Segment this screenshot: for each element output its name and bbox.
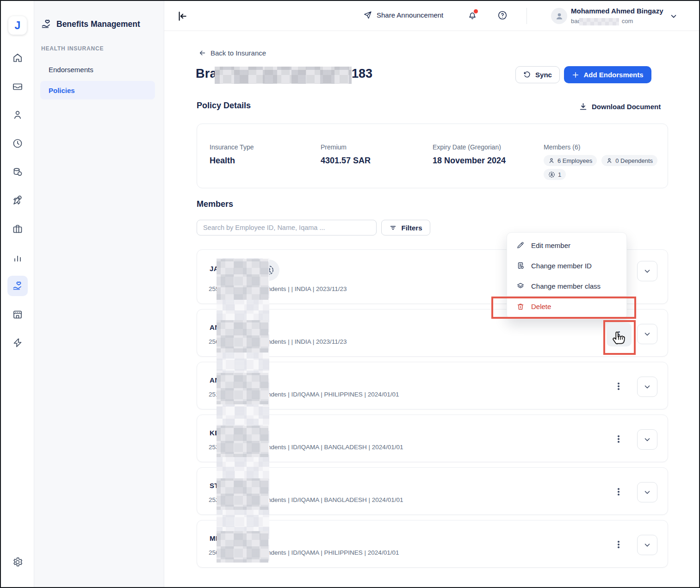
- time-icon[interactable]: [12, 138, 23, 149]
- marketplace-icon[interactable]: [12, 309, 23, 320]
- automation-icon[interactable]: [12, 337, 23, 348]
- expand-row-button[interactable]: [637, 377, 657, 397]
- settings-gear-icon[interactable]: [12, 557, 23, 568]
- redacted-name-blur: [217, 259, 268, 300]
- redacted-column-blur: [217, 258, 269, 561]
- insurance-type-field: Insurance Type Health: [210, 143, 254, 166]
- member-details-suffix: ndents | ID/IQAMA | PHILIPPINES | 2024/0…: [267, 391, 399, 398]
- top-bar: Share Announcement Mohammed Ahmed Bingaz…: [164, 1, 700, 31]
- filter-icon: [389, 224, 397, 232]
- user-avatar[interactable]: [551, 8, 567, 24]
- user-email-suffix: com: [622, 18, 633, 25]
- expiry-date-value: 18 November 2024: [433, 156, 506, 166]
- pending-person-icon: [548, 171, 555, 178]
- app-logo[interactable]: J: [8, 16, 27, 35]
- insurance-type-label: Insurance Type: [210, 143, 254, 151]
- user-name: Mohammed Ahmed Bingazy: [571, 7, 663, 15]
- inbox-icon[interactable]: [12, 81, 23, 92]
- premium-value: 4301.57 SAR: [321, 156, 371, 166]
- home-icon[interactable]: [12, 52, 23, 63]
- back-to-insurance-link[interactable]: Back to Insurance: [198, 49, 266, 57]
- member-details-suffix: ndents | ID/IQAMA | PHILIPPINES | 2024/0…: [267, 549, 399, 556]
- download-document-button[interactable]: Download Document: [579, 102, 661, 111]
- sync-refresh-icon: [523, 71, 531, 79]
- sidebar-item-endorsements[interactable]: Endorsements: [40, 60, 155, 79]
- expand-row-button[interactable]: [637, 429, 657, 450]
- document-id-icon: [516, 261, 525, 270]
- filters-button-label: Filters: [401, 224, 422, 232]
- filters-button[interactable]: Filters: [381, 220, 430, 235]
- chevron-down-icon: [643, 383, 651, 391]
- reports-icon[interactable]: [12, 252, 23, 263]
- redacted-title-blur: [215, 67, 352, 84]
- members-heading: Members: [197, 199, 233, 209]
- benefits-icon: [41, 19, 52, 30]
- app-window: J: [0, 0, 700, 588]
- pending-badge-count: 1: [558, 171, 561, 178]
- add-endorsements-label: Add Endorsments: [583, 71, 643, 79]
- user-menu-chevron-icon[interactable]: [669, 12, 678, 20]
- payroll-icon[interactable]: [12, 167, 23, 178]
- share-announcement-button[interactable]: Share Announcement: [363, 11, 443, 19]
- add-endorsements-button[interactable]: Add Endorsments: [564, 66, 651, 83]
- menu-item-change-member-class[interactable]: Change member class: [507, 276, 626, 296]
- policy-title-prefix: Bra: [196, 67, 217, 81]
- expand-row-button[interactable]: [637, 261, 657, 281]
- benefits-icon: [12, 280, 23, 291]
- chevron-down-icon: [643, 330, 651, 338]
- expiry-date-field: Expiry Date (Gregorian) 18 November 2024: [433, 143, 506, 166]
- employees-badge: 6 Employees: [544, 155, 597, 166]
- chevron-down-icon: [643, 435, 651, 444]
- insurance-type-value: Health: [210, 156, 254, 166]
- help-icon[interactable]: [497, 10, 508, 20]
- member-details-suffix: ndents | | INDIA | 2023/11/23: [267, 338, 347, 345]
- redacted-name-blur: [217, 531, 268, 563]
- sync-button[interactable]: Sync: [515, 66, 560, 83]
- employees-badge-label: 6 Employees: [558, 157, 592, 164]
- rocket-icon[interactable]: [12, 195, 23, 206]
- back-link-label: Back to Insurance: [211, 49, 266, 57]
- expand-row-button[interactable]: [637, 324, 657, 344]
- benefits-rail-active[interactable]: [7, 276, 28, 296]
- members-search-input[interactable]: [197, 220, 377, 235]
- menu-item-label: Change member ID: [531, 262, 592, 270]
- menu-item-label: Change member class: [531, 282, 601, 290]
- dependents-badge-label: 0 Dependents: [615, 157, 653, 164]
- collapse-sidebar-icon[interactable]: [176, 10, 188, 22]
- people-icon[interactable]: [12, 109, 23, 120]
- redacted-name-blur: [217, 320, 268, 353]
- chevron-down-icon: [643, 267, 651, 275]
- paper-plane-icon: [363, 11, 372, 19]
- member-details-suffix: ndents | | INDIA | 2023/11/23: [267, 285, 347, 292]
- chevron-down-icon: [643, 541, 651, 549]
- redacted-name-blur: [217, 373, 268, 404]
- policy-details-card: Insurance Type Health Premium 4301.57 SA…: [197, 124, 668, 188]
- person-icon: [548, 157, 555, 164]
- members-count-label: Members (6): [544, 143, 657, 151]
- download-document-label: Download Document: [592, 103, 661, 111]
- share-announcement-label: Share Announcement: [377, 11, 443, 19]
- expand-row-button[interactable]: [637, 535, 657, 555]
- module-title: Benefits Management: [56, 19, 140, 29]
- briefcase-icon[interactable]: [12, 223, 23, 235]
- row-actions-kebab-icon[interactable]: [613, 539, 624, 550]
- section-label: HEALTH INSURANCE: [41, 45, 104, 52]
- redacted-email-blur: [579, 18, 619, 25]
- expand-row-button[interactable]: [637, 482, 657, 502]
- premium-label: Premium: [321, 143, 371, 151]
- pencil-icon: [516, 241, 525, 249]
- pending-members-badge: 1: [544, 169, 566, 180]
- menu-item-label: Edit member: [531, 241, 570, 249]
- layers-icon: [516, 282, 525, 290]
- chevron-down-icon: [643, 488, 651, 496]
- menu-item-change-member-id[interactable]: Change member ID: [507, 255, 626, 276]
- sidebar-item-policies[interactable]: Policies: [40, 81, 155, 99]
- menu-item-edit-member[interactable]: Edit member: [507, 235, 626, 255]
- annotation-box-delete: [491, 297, 636, 319]
- module-sidebar: Benefits Management HEALTH INSURANCE End…: [34, 1, 164, 587]
- topbar-divider: [527, 8, 527, 24]
- plus-icon: [572, 71, 579, 79]
- row-actions-kebab-icon[interactable]: [613, 381, 624, 392]
- row-actions-kebab-icon[interactable]: [613, 433, 624, 445]
- row-actions-kebab-icon[interactable]: [613, 486, 624, 497]
